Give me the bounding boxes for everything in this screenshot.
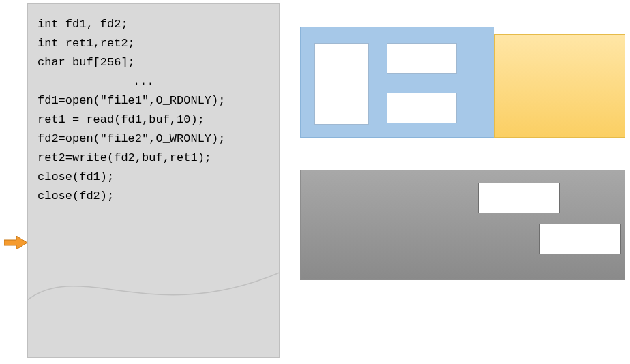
code-line-9: ret2=write(fd2,buf,ret1); [38,149,269,168]
code-line-2: int ret1,ret2; [38,34,269,53]
arrow-right-icon [4,236,27,249]
code-panel: int fd1, fd2; int ret1,ret2; char buf[25… [27,3,280,358]
blue-slot-top [387,43,457,74]
code-line-4: ... [38,72,269,91]
blue-slot-bottom [387,93,457,123]
execution-pointer-arrow [4,236,27,249]
code-line-11: close(fd1); [38,168,269,187]
blue-slot-left [314,43,369,125]
code-line-5: fd1=open("file1",O_RDONLY); [38,91,269,110]
kernel-block-grey [300,170,625,280]
code-line-3: char buf[256]; [38,53,269,72]
code-line-8: fd2=open("file2",O_WRONLY); [38,130,269,149]
code-line-1: int fd1, fd2; [38,15,269,34]
buffer-block-yellow [494,34,625,138]
svg-marker-0 [4,236,27,249]
code-line-6: ret1 = read(fd1,buf,10); [38,110,269,130]
code-line-12: close(fd2); [38,187,269,206]
grey-slot-top [478,183,560,213]
process-block-blue [300,27,494,138]
grey-slot-bottom [539,224,621,254]
